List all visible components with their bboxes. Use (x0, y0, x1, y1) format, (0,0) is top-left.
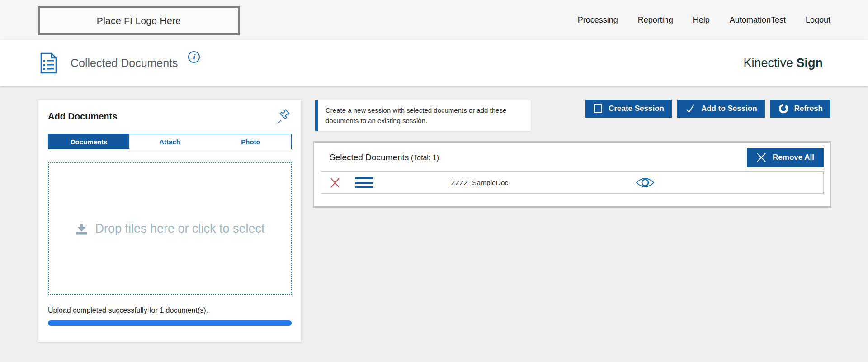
top-nav: Processing Reporting Help AutomationTest… (578, 0, 830, 40)
pin-icon[interactable] (275, 109, 292, 125)
top-bar: Place FI Logo Here Processing Reporting … (0, 0, 868, 40)
upload-progress-bar (48, 320, 292, 326)
refresh-label: Refresh (794, 104, 823, 113)
document-list-icon (39, 52, 58, 74)
info-icon[interactable]: i (188, 51, 200, 63)
selected-documents-panel: Selected Documents (Total: 1) Remove All (313, 141, 831, 208)
add-documents-tabs: Documents Attach Photo (48, 134, 292, 149)
nav-automationtest[interactable]: AutomationTest (730, 15, 786, 25)
tab-photo[interactable]: Photo (210, 134, 291, 149)
brand-product: Sign (797, 56, 823, 70)
session-actions: Create Session Add to Session Refresh (585, 100, 830, 118)
refresh-icon (778, 103, 789, 114)
page-header: Collected Documents i Kinective Sign (0, 40, 868, 86)
brand-logo: Kinective Sign (743, 56, 823, 70)
selected-documents-total: (Total: 1) (411, 154, 439, 162)
square-checkbox-icon (593, 104, 603, 114)
add-to-session-label: Add to Session (701, 104, 757, 113)
create-session-button[interactable]: Create Session (585, 100, 672, 118)
main-content: Add Documents Documents Attach Photo (0, 86, 868, 362)
drag-handle-icon[interactable] (355, 177, 373, 188)
brand-name: Kinective (743, 56, 793, 70)
remove-all-label: Remove All (773, 153, 814, 162)
progress-bar-fill (48, 320, 292, 326)
nav-help[interactable]: Help (693, 15, 710, 25)
page-title: Collected Documents (71, 57, 178, 70)
session-note: Create a new session with selected docum… (315, 100, 531, 131)
tab-documents[interactable]: Documents (48, 134, 129, 149)
download-icon (75, 221, 89, 236)
file-dropzone[interactable]: Drop files here or click to select (48, 162, 292, 295)
nav-processing[interactable]: Processing (578, 15, 618, 25)
refresh-button[interactable]: Refresh (770, 100, 830, 118)
document-name: ZZZZ_SampleDoc (373, 179, 586, 187)
create-session-label: Create Session (609, 104, 664, 113)
document-row: ZZZZ_SampleDoc (321, 171, 824, 194)
preview-eye-icon[interactable] (586, 176, 704, 189)
close-icon (756, 152, 766, 162)
dropzone-label: Drop files here or click to select (95, 222, 264, 236)
fi-logo-placeholder[interactable]: Place FI Logo Here (38, 6, 240, 35)
remove-document-icon[interactable] (330, 177, 340, 188)
selected-documents-title: Selected Documents (330, 152, 409, 162)
nav-reporting[interactable]: Reporting (638, 15, 673, 25)
tab-attach[interactable]: Attach (129, 134, 210, 149)
upload-status-text: Upload completed successfully for 1 docu… (48, 306, 292, 314)
add-to-session-button[interactable]: Add to Session (677, 100, 765, 118)
add-documents-card: Add Documents Documents Attach Photo (38, 99, 302, 342)
add-documents-title: Add Documents (48, 109, 117, 122)
checkmark-icon (685, 103, 696, 114)
remove-all-button[interactable]: Remove All (747, 148, 824, 167)
nav-logout[interactable]: Logout (806, 15, 830, 25)
